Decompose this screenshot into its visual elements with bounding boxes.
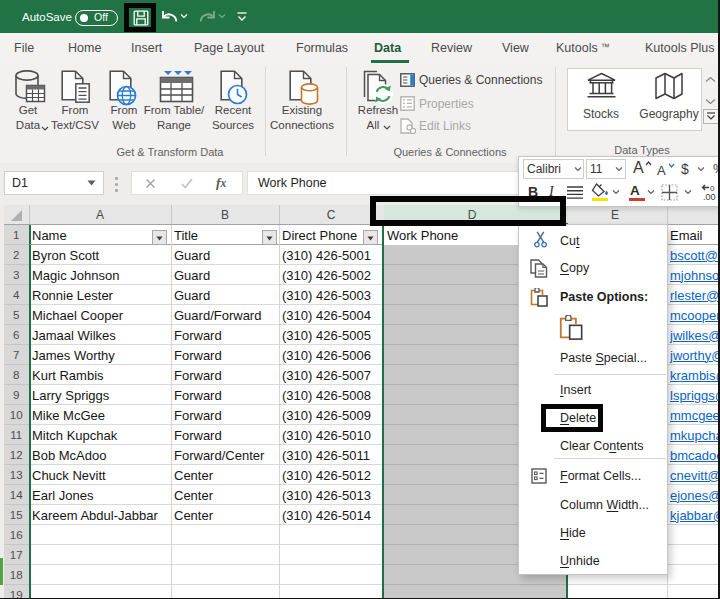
svg-text:.00: .00 (703, 192, 716, 201)
